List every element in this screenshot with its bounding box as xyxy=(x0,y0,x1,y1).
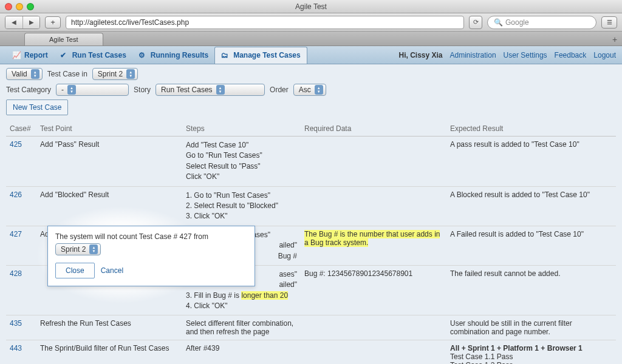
expected-result: The failed result cannot be added. xyxy=(446,265,616,315)
content: Valid ▲▼ Test Case in Sprint 2 ▲▼ Test C… xyxy=(0,64,622,364)
chevron-updown-icon: ▲▼ xyxy=(315,85,323,95)
new-test-case-button[interactable]: New Test Case xyxy=(6,99,68,115)
step3-hl: longer than 20 xyxy=(241,291,288,300)
chevron-updown-icon: ▲▼ xyxy=(67,85,76,95)
required-data xyxy=(301,136,446,187)
test-point: Refresh the Run Test Cases xyxy=(36,315,182,340)
required-data: Bug #: 123456789012345678901 xyxy=(301,265,446,315)
step: Select Result to "Pass" xyxy=(186,161,297,172)
case-link[interactable]: 427 xyxy=(6,226,36,265)
gear-icon: ⚙ xyxy=(138,51,148,59)
steps: After #439 xyxy=(182,340,301,364)
browser-tab[interactable]: Agile Test xyxy=(24,33,103,46)
chevron-updown-icon: ▲▼ xyxy=(89,244,98,254)
close-button[interactable]: Close xyxy=(55,263,95,278)
story-select[interactable]: Run Test Cases ▲▼ xyxy=(156,84,265,96)
category-select[interactable]: - ▲▼ xyxy=(56,84,129,96)
new-tab-button[interactable]: + xyxy=(607,33,622,46)
chevron-updown-icon: ▲▼ xyxy=(216,85,225,95)
nav-running-results[interactable]: ⚙ Running Results xyxy=(132,47,214,63)
app-navbar: 📈 Report ✔ Run Test Cases ⚙ Running Resu… xyxy=(0,46,622,64)
col-required: Required Data xyxy=(301,121,446,136)
sprint-select[interactable]: Sprint 2 ▲▼ xyxy=(92,68,138,80)
chevron-updown-icon: ▲▼ xyxy=(126,69,135,79)
expected-result: A pass result is added to "Test Case 10" xyxy=(446,136,616,187)
step: Go to "Run Test Cases" xyxy=(186,150,297,161)
link-administration[interactable]: Administration xyxy=(450,51,496,59)
nav-label: Manage Test Cases xyxy=(233,51,301,59)
steps: 1. Go to "Run Test Cases" 2. Select Resu… xyxy=(182,186,301,226)
required-data xyxy=(301,340,446,364)
nav-right: Hi, Cissy Xia Administration User Settin… xyxy=(398,51,616,59)
col-steps: Steps xyxy=(182,121,301,136)
case-link[interactable]: 428 xyxy=(6,265,36,315)
case-link[interactable]: 425 xyxy=(6,136,36,187)
table-row: 435 Refresh the Run Test Cases Select di… xyxy=(6,315,616,340)
expected-line: Test Case 1.2 Pass xyxy=(450,361,612,364)
category-label: Test Category xyxy=(6,86,51,94)
nav-run-test-cases[interactable]: ✔ Run Test Cases xyxy=(54,47,132,63)
url-bar[interactable]: http://agiletest.cc/live/TestCases.php xyxy=(66,16,464,29)
expected-result: A Failed result is added to "Test Case 1… xyxy=(446,226,616,265)
search-placeholder: Google xyxy=(505,18,529,27)
dialog-text: The system will not count Test Case # 42… xyxy=(55,232,208,241)
nav-manage-test-cases[interactable]: 🗂 Manage Test Cases xyxy=(214,47,307,64)
link-logout[interactable]: Logout xyxy=(593,51,616,59)
step: 2. Select Result to "Blocked" xyxy=(186,201,297,211)
story-value: Run Test Cases xyxy=(161,86,213,94)
step: 3. Click "OK" xyxy=(186,211,297,221)
tab-label: Agile Test xyxy=(49,36,78,43)
nav-report[interactable]: 📈 Report xyxy=(6,47,54,63)
greeting: Hi, Cissy Xia xyxy=(398,51,442,59)
dialog-message: The system will not count Test Case # 42… xyxy=(55,232,247,255)
required-data: The Bug # is the number that user adds i… xyxy=(301,226,446,265)
table-row: 443 The Sprint/Build filter of Run Test … xyxy=(6,340,616,364)
nav-label: Report xyxy=(24,51,48,59)
col-expected: Expected Result xyxy=(446,121,616,136)
col-point: Test Point xyxy=(36,121,182,136)
test-point: Add "Blocked" Result xyxy=(36,186,182,226)
link-feedback[interactable]: Feedback xyxy=(555,51,587,59)
chart-icon: 📈 xyxy=(12,51,22,59)
required-hl: The Bug # is the number that user adds i… xyxy=(304,230,440,247)
dialog-buttons: Close Cancel xyxy=(55,263,247,278)
reload-button[interactable]: ⟳ xyxy=(469,16,482,29)
cancel-link[interactable]: Cancel xyxy=(101,266,123,275)
expected-result: User should be still in the current filt… xyxy=(446,315,616,340)
link-user-settings[interactable]: User Settings xyxy=(504,51,547,59)
page-menu-button[interactable]: ☰ xyxy=(601,16,617,29)
add-bookmark-button[interactable]: + xyxy=(45,16,61,29)
order-select[interactable]: Asc ▲▼ xyxy=(293,84,326,96)
step: 4. Click "OK" xyxy=(186,301,297,311)
required-data xyxy=(301,315,446,340)
order-value: Asc xyxy=(299,86,311,94)
filter-row-2: Test Category - ▲▼ Story Run Test Cases … xyxy=(6,84,616,96)
table-header-row: Case# Test Point Steps Required Data Exp… xyxy=(6,121,616,136)
step3-pre: 3. Fill in Bug # is xyxy=(186,291,241,300)
order-label: Order xyxy=(270,86,289,94)
back-button[interactable]: ◀ xyxy=(5,16,22,29)
sprint-value: Sprint 2 xyxy=(98,70,123,78)
status-select[interactable]: Valid ▲▼ xyxy=(6,68,43,80)
required-data xyxy=(301,186,446,226)
window-title: Agile Test xyxy=(0,2,622,11)
test-point: The Sprint/Build filter of Run Test Case… xyxy=(36,340,182,364)
dialog-sprint-select[interactable]: Sprint 2 ▲▼ xyxy=(55,243,101,255)
case-link[interactable]: 435 xyxy=(6,315,36,340)
step: Add "Test Case 10" xyxy=(186,140,297,150)
search-box[interactable]: 🔍 Google xyxy=(487,16,596,29)
step: 1. Go to "Run Test Cases" xyxy=(186,190,297,201)
dialog-sprint-value: Sprint 2 xyxy=(61,245,86,254)
in-label: Test Case in xyxy=(47,70,87,78)
case-link[interactable]: 426 xyxy=(6,186,36,226)
confirm-dialog: The system will not count Test Case # 42… xyxy=(47,226,255,286)
case-link[interactable]: 443 xyxy=(6,340,36,364)
step: 3. Fill in Bug # is longer than 20 xyxy=(186,291,297,301)
story-label: Story xyxy=(134,86,151,94)
steps: Add "Test Case 10" Go to "Run Test Cases… xyxy=(182,136,301,187)
forward-button[interactable]: ▶ xyxy=(22,16,39,29)
col-case: Case# xyxy=(6,121,36,136)
step: Click "OK" xyxy=(186,172,297,182)
expected-result: A Blocked result is added to "Test Case … xyxy=(446,186,616,226)
status-value: Valid xyxy=(12,70,27,78)
